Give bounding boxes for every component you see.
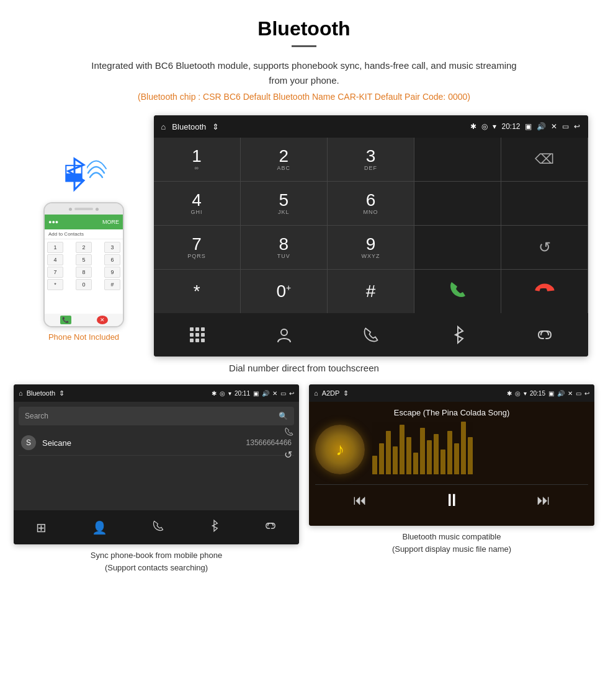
dial-key-5[interactable]: 5 JKL	[241, 182, 327, 225]
pb-x-icon[interactable]: ✕	[272, 390, 277, 397]
svg-rect-5	[201, 333, 205, 337]
svg-rect-1	[195, 327, 199, 331]
toolbar-bluetooth-btn[interactable]	[442, 319, 473, 350]
phone-key-5: 5	[76, 254, 92, 265]
music-back-icon[interactable]: ↩	[584, 390, 589, 397]
pb-back-icon[interactable]: ↩	[289, 390, 294, 397]
dial-key-hash[interactable]: #	[328, 270, 414, 313]
dial-key-star[interactable]: *	[154, 270, 240, 313]
window-icon[interactable]: ▭	[562, 122, 569, 131]
dial-key-end[interactable]	[501, 270, 588, 313]
dial-key-call[interactable]	[414, 270, 501, 313]
pb-home-icon[interactable]: ⌂	[19, 389, 23, 397]
toolbar-link-btn[interactable]	[529, 319, 560, 350]
dial-key-4[interactable]: 4 GHI	[154, 182, 240, 225]
dial-key-7[interactable]: 7 PQRS	[154, 226, 240, 269]
eq-bar-6	[413, 453, 418, 474]
eq-bar-0	[372, 456, 377, 474]
dial-key-1[interactable]: 1 ∞	[154, 138, 240, 181]
music-note-icon: ♪	[336, 440, 344, 459]
key-letters-2: ABC	[277, 165, 291, 171]
svg-rect-7	[195, 339, 199, 342]
music-win-icon[interactable]: ▭	[576, 390, 581, 397]
dial-key-3[interactable]: 3 DEF	[328, 138, 414, 181]
dial-key-empty-1	[414, 138, 501, 181]
svg-rect-3	[190, 333, 194, 337]
x-icon[interactable]: ✕	[551, 122, 557, 131]
dial-key-refresh[interactable]: ↺	[501, 226, 588, 269]
eq-bar-10	[440, 450, 445, 474]
pb-win-icon[interactable]: ▭	[280, 390, 286, 397]
music-loc-icon: ◎	[515, 390, 521, 397]
search-bar[interactable]: Search 🔍	[19, 407, 294, 425]
eq-bar-5	[406, 437, 411, 474]
phone-key-1: 1	[47, 242, 63, 253]
dial-key-backspace[interactable]: ⌫	[501, 138, 588, 181]
phone-key-8: 8	[76, 267, 92, 278]
pb-toolbar-bt-btn[interactable]	[209, 519, 219, 536]
car-status-bar: ⌂ Bluetooth ⇕ ✱ ◎ ▾ 20:12 ▣ 🔊 ✕ ▭ ↩	[154, 115, 588, 138]
contact-name: Seicane	[42, 438, 246, 448]
pb-toolbar-link-btn[interactable]	[264, 520, 277, 535]
toolbar-dialpad-btn[interactable]	[182, 319, 213, 350]
music-vol-icon[interactable]: 🔊	[557, 390, 565, 397]
key-num-6: 6	[366, 192, 376, 209]
pb-content-wrapper: Search 🔍 S Seicane 13566664466	[14, 402, 299, 461]
phone-call-btn[interactable]: 📞	[60, 316, 71, 324]
play-pause-btn[interactable]: ⏸	[443, 490, 460, 510]
pb-time: 20:11	[235, 390, 250, 397]
dial-key-0[interactable]: 0+	[241, 270, 327, 313]
music-x-icon[interactable]: ✕	[568, 390, 573, 397]
pb-side-refresh-icon[interactable]: ↺	[284, 449, 294, 461]
key-num-5: 5	[279, 192, 289, 209]
dial-key-8[interactable]: 8 TUV	[241, 226, 327, 269]
camera-icon[interactable]: ▣	[525, 122, 532, 131]
contacts-icon	[275, 326, 293, 343]
bottom-screenshots: ⌂ Bluetooth ⇕ ✱ ◎ ▾ 20:11 ▣ 🔊 ✕ ▭ ↩	[0, 384, 608, 574]
back-icon[interactable]: ↩	[574, 122, 580, 131]
phone-green-bar: ●●● MORE	[45, 215, 123, 229]
eq-bar-1	[379, 443, 384, 474]
pb-vol-icon[interactable]: 🔊	[262, 390, 269, 397]
contact-row[interactable]: S Seicane 13566664466	[19, 430, 294, 456]
phone-key-3: 3	[104, 242, 120, 253]
dial-key-9[interactable]: 9 WXYZ	[328, 226, 414, 269]
music-home-icon[interactable]: ⌂	[314, 389, 318, 397]
specs-text: (Bluetooth chip : CSR BC6 Default Blueto…	[0, 92, 608, 102]
phone-key-6: 6	[104, 254, 120, 265]
call-svg	[448, 280, 468, 299]
svg-rect-0	[190, 327, 194, 331]
equalizer-bars	[372, 425, 588, 474]
phone-status-icons: MORE	[102, 219, 119, 225]
skip-forward-btn[interactable]: ⏭	[537, 492, 550, 508]
music-sig-icon: ▾	[524, 390, 527, 397]
contact-letter: S	[21, 435, 36, 450]
dial-key-2[interactable]: 2 ABC	[241, 138, 327, 181]
music-screen: ⌂ A2DP ⇕ ✱ ◎ ▾ 20:15 ▣ 🔊 ✕ ▭ ↩ Escape (T	[309, 384, 594, 526]
eq-bar-7	[420, 428, 425, 474]
pb-cam-icon[interactable]: ▣	[253, 390, 259, 397]
key-num-0: 0+	[276, 283, 291, 300]
volume-icon[interactable]: 🔊	[537, 122, 546, 131]
music-cam-icon[interactable]: ▣	[548, 390, 554, 397]
pb-toolbar-phone-btn[interactable]	[152, 520, 164, 535]
pb-toolbar-contacts-btn[interactable]: 👤	[92, 520, 107, 535]
pb-toolbar-grid-btn[interactable]: ⊞	[36, 520, 47, 535]
dial-key-6[interactable]: 6 MNO	[328, 182, 414, 225]
key-letters-3: DEF	[364, 165, 377, 171]
svg-rect-2	[201, 327, 205, 331]
pb-side-call-icon[interactable]	[284, 427, 294, 439]
music-status-bar: ⌂ A2DP ⇕ ✱ ◎ ▾ 20:15 ▣ 🔊 ✕ ▭ ↩	[309, 384, 594, 402]
toolbar-phone-btn[interactable]	[355, 319, 387, 350]
skip-back-btn[interactable]: ⏮	[353, 492, 367, 508]
home-icon[interactable]: ⌂	[161, 122, 166, 131]
phone-end-btn[interactable]: ✕	[97, 316, 108, 324]
location-icon: ◎	[481, 122, 488, 131]
dialpad-grid: 1 ∞ 2 ABC 3 DEF ⌫ 4 GHI 5 JKL	[154, 138, 588, 313]
toolbar-contacts-btn[interactable]	[269, 319, 300, 350]
phone-add-contacts: Add to Contacts	[45, 229, 123, 239]
dialpad-toolbar	[154, 313, 588, 357]
status-bar-right: ✱ ◎ ▾ 20:12 ▣ 🔊 ✕ ▭ ↩	[470, 122, 580, 131]
end-call-icon	[535, 280, 555, 304]
signal-icon: ▾	[493, 122, 496, 131]
